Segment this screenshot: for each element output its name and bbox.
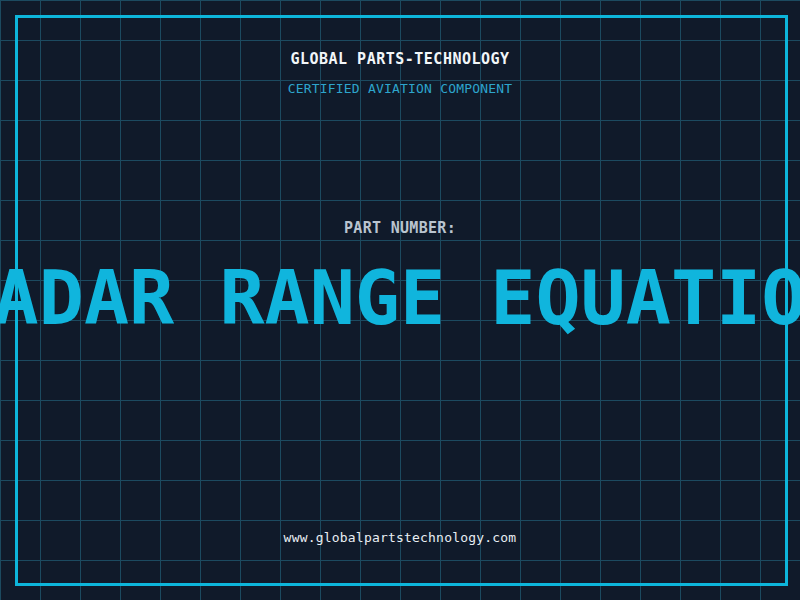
part-name-display: RADAR RANGE EQUATION <box>0 261 800 336</box>
certification-tagline: CERTIFIED AVIATION COMPONENT <box>0 81 800 96</box>
website-url: www.globalpartstechnology.com <box>0 530 800 545</box>
part-number-label: PART NUMBER: <box>0 219 800 237</box>
company-name: GLOBAL PARTS-TECHNOLOGY <box>0 50 800 68</box>
blueprint-stage: GLOBAL PARTS-TECHNOLOGY CERTIFIED AVIATI… <box>0 0 800 600</box>
